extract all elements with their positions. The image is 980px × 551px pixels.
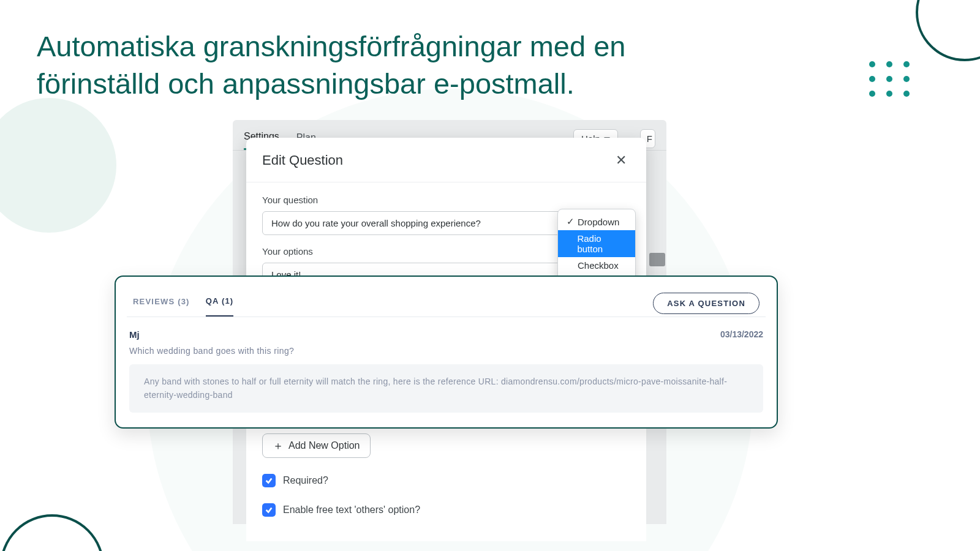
type-option-label: Checkbox: [578, 260, 619, 271]
required-checkbox[interactable]: [262, 474, 276, 487]
type-option-label: Dropdown: [578, 217, 619, 227]
type-option-dropdown[interactable]: ✓ Dropdown: [558, 213, 635, 230]
checkmark-icon: ✓: [567, 216, 574, 227]
decorative-ring-bottom-left: [0, 514, 104, 551]
qa-question-text: Which wedding band goes with this ring?: [129, 346, 763, 356]
type-option-checkbox[interactable]: Checkbox: [558, 257, 635, 274]
close-icon[interactable]: ✕: [612, 151, 630, 170]
decorative-circle-left: [0, 98, 116, 233]
required-label: Required?: [283, 475, 328, 486]
qa-author: Mj: [129, 329, 140, 340]
plus-icon: ＋: [273, 440, 284, 451]
edit-question-modal-lower: ＋ Add New Option Required? Enable free t…: [246, 422, 646, 541]
qa-widget-card: REVIEWS (3) QA (1) ASK A QUESTION Mj 03/…: [115, 276, 778, 429]
decorative-dot-grid: [869, 61, 910, 97]
toolbar-icon-stub: [649, 253, 665, 266]
decorative-ring-top-right: [916, 0, 980, 61]
enable-free-text-checkbox[interactable]: [262, 503, 276, 517]
type-option-label: Radio button: [577, 233, 627, 254]
page-headline: Automatiska granskningsförfrågningar med…: [37, 28, 710, 102]
add-option-label: Add New Option: [288, 440, 360, 451]
check-icon: [265, 506, 273, 514]
ask-a-question-button[interactable]: ASK A QUESTION: [653, 293, 760, 314]
your-question-label: Your question: [262, 195, 630, 205]
qa-answer-text: Any band with stones to half or full ete…: [129, 364, 763, 413]
check-icon: [265, 476, 273, 485]
tab-qa[interactable]: QA (1): [206, 290, 234, 317]
add-new-option-button[interactable]: ＋ Add New Option: [262, 433, 371, 458]
enable-free-text-label: Enable free text 'others' option?: [283, 504, 420, 515]
modal-title: Edit Question: [262, 152, 343, 168]
type-option-radio[interactable]: Radio button: [558, 230, 635, 257]
tab-reviews[interactable]: REVIEWS (3): [133, 291, 190, 316]
qa-date: 03/13/2022: [720, 329, 763, 340]
